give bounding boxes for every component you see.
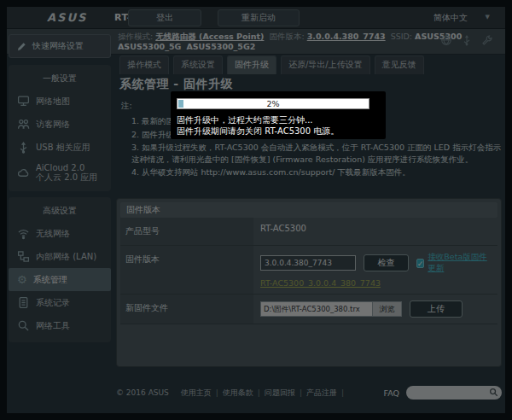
progress-percent: 2% [177, 99, 369, 109]
modal-dim-overlay [0, 0, 512, 420]
firmware-upgrade-dialog: 2% 固件升级中，过程大约需要三分钟... 固件升级期间请勿关闭 RT-AC53… [171, 91, 386, 139]
upgrade-message-line1: 固件升级中，过程大约需要三分钟... [177, 114, 380, 125]
progress-bar: 2% [177, 98, 369, 109]
upgrade-message-line2: 固件升级期间请勿关闭 RT-AC5300 电源。 [177, 125, 380, 137]
